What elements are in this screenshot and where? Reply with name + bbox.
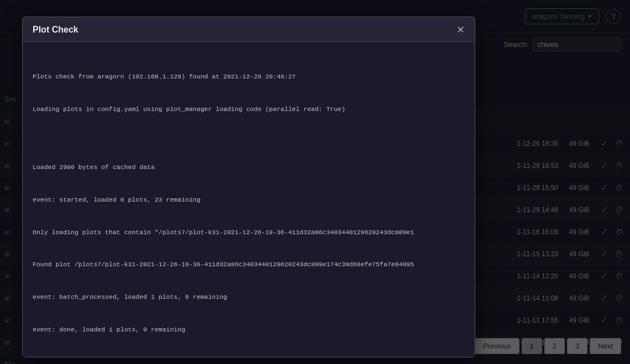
modal-close-button[interactable]: ✕	[456, 25, 465, 35]
modal-body[interactable]: Plots check from aragorn (192.168.1.129)…	[23, 42, 475, 357]
log-content: Plots check from aragorn (192.168.1.129)…	[23, 42, 475, 357]
plot-check-modal: Plot Check ✕ Plots check from aragorn (1…	[22, 17, 475, 357]
modal-title: Plot Check	[33, 25, 78, 35]
modal-header: Plot Check ✕	[23, 17, 475, 42]
